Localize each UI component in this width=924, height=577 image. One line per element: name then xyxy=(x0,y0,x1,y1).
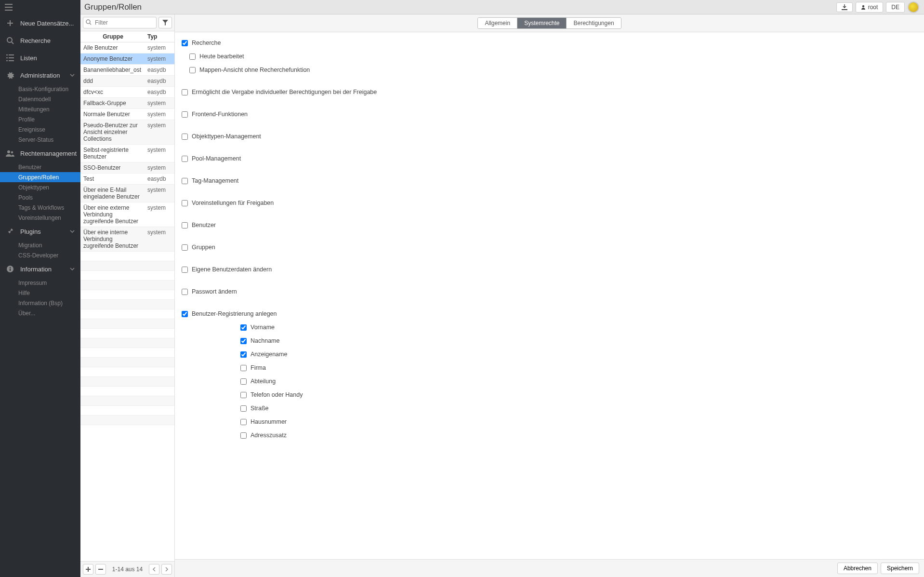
permission-row[interactable]: Adresszusatz xyxy=(182,429,917,442)
list-row[interactable]: Selbst-registrierte Benutzersystem xyxy=(80,145,174,162)
sidebar-sub-item[interactable]: Server-Status xyxy=(0,134,80,145)
sidebar-sub-item[interactable]: Migration xyxy=(0,240,80,250)
list-row[interactable]: Bananenliebhaber_osteasydb xyxy=(80,65,174,76)
permission-checkbox[interactable] xyxy=(182,134,188,140)
sidebar-sub-item[interactable]: Hilfe xyxy=(0,288,80,298)
sidebar-lists[interactable]: Listen xyxy=(0,49,80,67)
sidebar-sub-item[interactable]: Gruppen/Rollen xyxy=(0,172,80,182)
permission-row[interactable]: Hausnummer xyxy=(182,415,917,429)
permission-checkbox[interactable] xyxy=(240,405,247,412)
filter-button[interactable] xyxy=(158,17,172,28)
permission-checkbox[interactable] xyxy=(189,54,196,60)
permission-checkbox[interactable] xyxy=(240,324,247,331)
list-row[interactable]: Über eine interne Verbindung zugreifende… xyxy=(80,227,174,252)
sidebar-new-records[interactable]: Neue Datensätze... xyxy=(0,14,80,32)
permission-checkbox[interactable] xyxy=(189,67,196,73)
permission-row[interactable]: Nachname xyxy=(182,334,917,348)
permission-row[interactable]: Firma xyxy=(182,361,917,375)
permission-checkbox[interactable] xyxy=(182,89,188,95)
list-row[interactable]: Pseudo-Benutzer zur Ansicht einzelner Co… xyxy=(80,120,174,145)
sidebar-sub-item[interactable]: Mitteilungen xyxy=(0,104,80,114)
add-button[interactable] xyxy=(83,564,93,575)
permission-checkbox[interactable] xyxy=(240,338,247,344)
next-button[interactable] xyxy=(161,564,172,575)
permission-row[interactable]: Anzeigename xyxy=(182,348,917,361)
sidebar-search[interactable]: Recherche xyxy=(0,32,80,49)
sidebar-information[interactable]: Information xyxy=(0,260,80,278)
permission-row[interactable]: Straße xyxy=(182,402,917,415)
permission-row[interactable]: Voreinstellungen für Freigaben xyxy=(182,196,917,210)
permission-row[interactable]: Gruppen xyxy=(182,241,917,254)
remove-button[interactable] xyxy=(95,564,106,575)
list-row[interactable]: dfcv<xceasydb xyxy=(80,87,174,98)
list-row[interactable]: dddeasydb xyxy=(80,76,174,87)
list-row[interactable]: Anonyme Benutzersystem xyxy=(80,54,174,65)
list-row[interactable]: Fallback-Gruppesystem xyxy=(80,98,174,109)
sidebar-sub-item[interactable]: Voreinstellungen xyxy=(0,213,80,223)
sidebar-sub-item[interactable]: Benutzer xyxy=(0,162,80,172)
permission-row[interactable]: Objekttypen-Management xyxy=(182,130,917,143)
permission-row[interactable]: Tag-Management xyxy=(182,174,917,188)
permission-checkbox[interactable] xyxy=(182,111,188,118)
permission-checkbox[interactable] xyxy=(240,378,247,385)
cancel-button[interactable]: Abbrechen xyxy=(837,563,878,574)
save-button[interactable]: Speichern xyxy=(881,563,919,574)
permission-checkbox[interactable] xyxy=(182,40,188,46)
sidebar-sub-item[interactable]: Impressum xyxy=(0,278,80,288)
permission-checkbox[interactable] xyxy=(182,311,188,317)
permission-checkbox[interactable] xyxy=(240,419,247,425)
permission-checkbox[interactable] xyxy=(240,432,247,439)
avatar[interactable] xyxy=(908,1,919,13)
permission-row[interactable]: Vorname xyxy=(182,321,917,334)
permission-row[interactable]: Benutzer xyxy=(182,218,917,232)
list-row[interactable]: Alle Benutzersystem xyxy=(80,42,174,54)
tab-permissions[interactable]: Berechtigungen xyxy=(567,18,620,28)
permission-row[interactable]: Telefon oder Handy xyxy=(182,388,917,402)
permission-row[interactable]: Frontend-Funktionen xyxy=(182,107,917,121)
permission-row[interactable]: Ermöglicht die Vergabe individueller Ber… xyxy=(182,85,917,99)
tab-system-rights[interactable]: Systemrechte xyxy=(517,18,567,28)
permission-row[interactable]: Heute bearbeitet xyxy=(182,50,917,63)
permission-checkbox[interactable] xyxy=(240,392,247,398)
col-group-header[interactable]: Gruppe xyxy=(80,31,145,42)
permission-checkbox[interactable] xyxy=(182,267,188,273)
permission-checkbox[interactable] xyxy=(182,222,188,228)
permission-row[interactable]: Mappen-Ansicht ohne Recherchefunktion xyxy=(182,63,917,77)
sidebar-administration[interactable]: Administration xyxy=(0,67,80,84)
permission-checkbox[interactable] xyxy=(182,156,188,162)
list-row[interactable]: Normale Benutzersystem xyxy=(80,109,174,120)
sidebar-sub-item[interactable]: Information (Bsp) xyxy=(0,298,80,308)
permission-checkbox[interactable] xyxy=(182,200,188,206)
permission-row[interactable]: Benutzer-Registrierung anlegen xyxy=(182,307,917,321)
tab-general[interactable]: Allgemein xyxy=(478,18,517,28)
permission-row[interactable]: Eigene Benutzerdaten ändern xyxy=(182,263,917,276)
sidebar-sub-item[interactable]: Über... xyxy=(0,308,80,318)
sidebar-sub-item[interactable]: CSS-Developer xyxy=(0,250,80,260)
sidebar-sub-item[interactable]: Pools xyxy=(0,192,80,202)
col-type-header[interactable]: Typ xyxy=(145,31,174,42)
permission-checkbox[interactable] xyxy=(182,244,188,251)
sidebar-sub-item[interactable]: Tags & Workflows xyxy=(0,202,80,213)
permission-checkbox[interactable] xyxy=(182,178,188,184)
lang-button[interactable]: DE xyxy=(886,2,905,13)
sidebar-plugins[interactable]: Plugins xyxy=(0,223,80,240)
list-row[interactable]: Über eine externe Verbindung zugreifende… xyxy=(80,202,174,227)
list-row[interactable]: SSO-Benutzersystem xyxy=(80,162,174,174)
permission-row[interactable]: Recherche xyxy=(182,36,917,50)
user-button[interactable]: root xyxy=(856,2,884,13)
hamburger-menu[interactable] xyxy=(0,0,80,14)
download-button[interactable] xyxy=(836,2,853,12)
filter-input[interactable] xyxy=(83,17,157,28)
permission-checkbox[interactable] xyxy=(240,365,247,371)
sidebar-sub-item[interactable]: Objekttypen xyxy=(0,182,80,192)
list-row[interactable]: Testeasydb xyxy=(80,174,174,185)
permission-checkbox[interactable] xyxy=(182,289,188,295)
sidebar-sub-item[interactable]: Ereignisse xyxy=(0,124,80,134)
permission-row[interactable]: Pool-Management xyxy=(182,152,917,165)
sidebar-rights[interactable]: Rechtemanagement xyxy=(0,145,80,162)
sidebar-sub-item[interactable]: Basis-Konfiguration xyxy=(0,84,80,94)
prev-button[interactable] xyxy=(149,564,159,575)
permission-checkbox[interactable] xyxy=(240,351,247,358)
permission-row[interactable]: Abteilung xyxy=(182,375,917,388)
permission-row[interactable]: Passwort ändern xyxy=(182,285,917,298)
